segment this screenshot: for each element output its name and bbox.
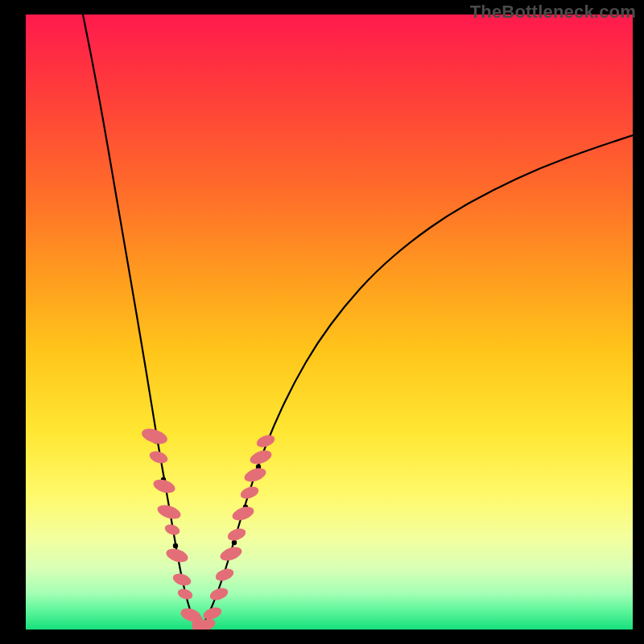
data-marker: [248, 448, 273, 467]
curve-sample-dot: [173, 543, 178, 548]
data-marker: [214, 567, 236, 584]
right-curve: [200, 135, 633, 630]
chart-frame: TheBottleneck.com: [0, 0, 644, 644]
pink-clusters: [140, 426, 277, 630]
left-curve: [83, 14, 200, 630]
watermark-text: TheBottleneck.com: [470, 2, 636, 23]
data-marker: [176, 587, 194, 601]
data-marker: [163, 522, 181, 536]
chart-svg: [26, 14, 633, 630]
data-marker: [242, 465, 267, 485]
data-marker: [218, 544, 243, 564]
data-marker: [226, 526, 248, 543]
plot-area: [26, 14, 633, 630]
curve-sample-dot: [232, 540, 237, 545]
data-marker: [140, 426, 169, 447]
curve-group: [83, 14, 633, 630]
data-marker: [239, 485, 261, 502]
